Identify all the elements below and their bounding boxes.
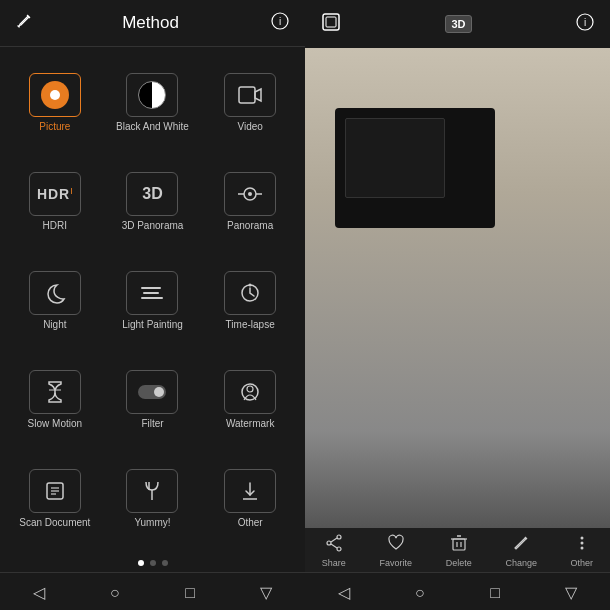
grid-label-panorama: Panorama <box>227 220 273 231</box>
grid-label-night: Night <box>43 319 66 330</box>
grid-label-hdr: HDRI <box>43 220 67 231</box>
grid-item-filter[interactable]: Filter <box>106 352 200 447</box>
left-nav-bar: ◁ ○ □ ▽ <box>0 572 305 610</box>
grid-item-night[interactable]: Night <box>8 253 102 348</box>
toolbar-share[interactable]: Share <box>322 534 346 568</box>
svg-text:i: i <box>279 16 281 27</box>
svg-rect-22 <box>326 17 336 27</box>
grid-item-panorama[interactable]: Panorama <box>203 154 297 249</box>
right-nav-bar: ◁ ○ □ ▽ <box>305 572 610 610</box>
dot-3 <box>162 560 168 566</box>
right-recent-btn[interactable]: □ <box>490 584 500 602</box>
toolbar-delete[interactable]: Delete <box>446 534 472 568</box>
svg-rect-3 <box>239 87 255 103</box>
grid-item-watermark[interactable]: Watermark <box>203 352 297 447</box>
bottom-toolbar: Share Favorite Delete <box>305 528 610 572</box>
svg-point-27 <box>327 541 331 545</box>
svg-rect-21 <box>323 14 339 30</box>
dot-1 <box>138 560 144 566</box>
method-grid: Picture Black And White Video HDR I <box>0 47 305 554</box>
right-header: 3D i <box>305 0 610 48</box>
toolbar-change[interactable]: Change <box>505 534 537 568</box>
grid-label-watermark: Watermark <box>226 418 275 429</box>
svg-line-28 <box>331 538 337 542</box>
photo-area <box>305 48 610 528</box>
grid-item-scan-document[interactable]: Scan Document <box>8 451 102 546</box>
grid-label-light-painting: Light Painting <box>122 319 183 330</box>
svg-point-13 <box>247 386 253 392</box>
pencil-icon <box>512 534 530 556</box>
3d-badge: 3D <box>445 15 471 33</box>
right-back-btn[interactable]: ◁ <box>338 583 350 602</box>
other-toolbar-label: Other <box>571 558 594 568</box>
share-icon <box>325 534 343 556</box>
toolbar-other[interactable]: Other <box>571 534 594 568</box>
grid-item-video[interactable]: Video <box>203 55 297 150</box>
grid-item-timelapse[interactable]: Time-lapse <box>203 253 297 348</box>
edit-icon[interactable] <box>16 13 32 33</box>
dots-icon <box>573 534 591 556</box>
svg-marker-4 <box>255 89 261 101</box>
grid-label-yummy: Yummy! <box>134 517 170 528</box>
page-title: Method <box>32 13 269 33</box>
change-label: Change <box>505 558 537 568</box>
share-label: Share <box>322 558 346 568</box>
right-menu-btn[interactable]: ▽ <box>565 583 577 602</box>
heart-icon <box>387 534 405 556</box>
grid-item-picture[interactable]: Picture <box>8 55 102 150</box>
recent-nav-btn[interactable]: □ <box>185 584 195 602</box>
hdr-text: HDR <box>37 186 70 202</box>
svg-point-2 <box>50 90 60 100</box>
grid-item-3d-panorama[interactable]: 3D 3D Panorama <box>106 154 200 249</box>
svg-point-35 <box>580 537 583 540</box>
back-nav-btn[interactable]: ◁ <box>33 583 45 602</box>
svg-point-36 <box>580 542 583 545</box>
lines-icon <box>141 287 163 299</box>
grid-label-filter: Filter <box>141 418 163 429</box>
info-icon-left[interactable]: i <box>269 12 289 34</box>
photo-frame <box>335 108 495 228</box>
svg-point-6 <box>248 192 252 196</box>
grid-label-other: Other <box>238 517 263 528</box>
grid-label-3d-panorama: 3D Panorama <box>122 220 184 231</box>
right-home-btn[interactable]: ○ <box>415 584 425 602</box>
page-dots <box>0 554 305 572</box>
favorite-label: Favorite <box>380 558 413 568</box>
info-icon-right[interactable]: i <box>576 13 594 35</box>
right-panel: 3D i Share <box>305 0 610 610</box>
photo-frame-inner <box>345 118 445 198</box>
grid-item-black-white[interactable]: Black And White <box>106 55 200 150</box>
menu-nav-btn[interactable]: ▽ <box>260 583 272 602</box>
grid-item-other[interactable]: Other <box>203 451 297 546</box>
svg-point-10 <box>249 284 252 287</box>
svg-text:i: i <box>584 17 586 28</box>
home-nav-btn[interactable]: ○ <box>110 584 120 602</box>
grid-item-hdr[interactable]: HDR I HDRI <box>8 154 102 249</box>
svg-line-29 <box>331 544 337 548</box>
grid-item-yummy[interactable]: Yummy! <box>106 451 200 546</box>
3d-text: 3D <box>142 185 162 203</box>
grid-label-picture: Picture <box>39 121 70 132</box>
crop-icon[interactable] <box>321 12 341 36</box>
photo-background <box>305 48 610 528</box>
svg-point-25 <box>337 535 341 539</box>
grid-item-light-painting[interactable]: Light Painting <box>106 253 200 348</box>
grid-label-timelapse: Time-lapse <box>226 319 275 330</box>
dot-2 <box>150 560 156 566</box>
svg-point-37 <box>580 547 583 550</box>
grid-label-video: Video <box>237 121 262 132</box>
left-header: Method i <box>0 0 305 47</box>
grid-label-black-white: Black And White <box>116 121 189 132</box>
svg-point-26 <box>337 547 341 551</box>
toolbar-favorite[interactable]: Favorite <box>380 534 413 568</box>
grid-item-slow-motion[interactable]: Slow Motion <box>8 352 102 447</box>
svg-rect-30 <box>453 539 465 550</box>
trash-icon <box>450 534 468 556</box>
toggle-icon <box>138 385 166 399</box>
left-panel: Method i Picture Black And White <box>0 0 305 610</box>
grid-label-scan-document: Scan Document <box>19 517 90 528</box>
delete-label: Delete <box>446 558 472 568</box>
grid-label-slow-motion: Slow Motion <box>28 418 82 429</box>
